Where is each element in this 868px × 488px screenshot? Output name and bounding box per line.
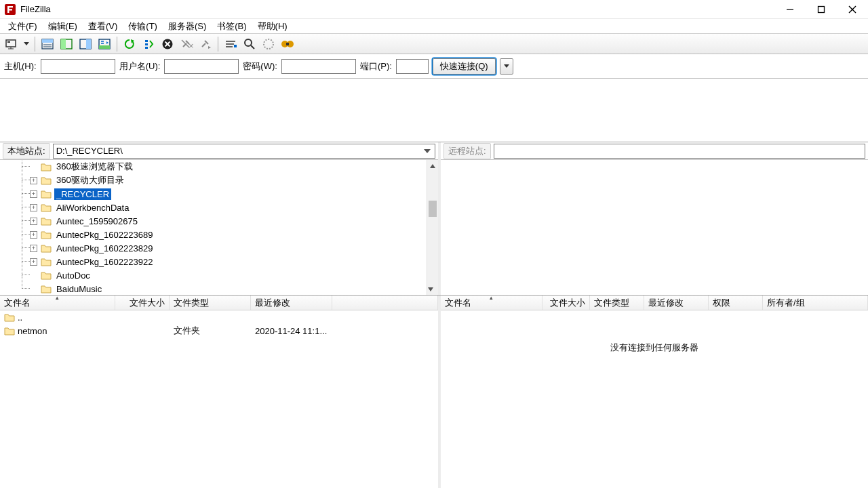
tree-node[interactable]: +_RECYCLER: [41, 187, 438, 201]
tree-node-label: 360驱动大师目录: [54, 174, 126, 187]
filter-button[interactable]: [222, 35, 239, 53]
site-manager-button[interactable]: [3, 35, 20, 53]
pass-input[interactable]: [281, 59, 356, 74]
expand-icon[interactable]: +: [30, 258, 37, 266]
scroll-thumb[interactable]: [429, 201, 437, 217]
remote-header-perm[interactable]: 权限: [709, 296, 763, 310]
expand-icon[interactable]: +: [30, 204, 37, 211]
svg-marker-40: [504, 64, 509, 68]
cancel-button[interactable]: [159, 35, 176, 53]
remote-header-size[interactable]: 文件大小: [542, 296, 590, 310]
scroll-down-icon[interactable]: [427, 283, 434, 295]
remote-header-type[interactable]: 文件类型: [590, 296, 644, 310]
quickconnect-button[interactable]: 快速连接(Q): [433, 58, 496, 75]
local-site-label: 本地站点:: [3, 143, 50, 159]
tree-node[interactable]: +360驱动大师目录: [41, 174, 438, 187]
expand-icon[interactable]: +: [30, 190, 37, 198]
port-input[interactable]: [396, 59, 429, 74]
remote-header-modified[interactable]: 最近修改: [644, 296, 709, 310]
tree-node-label: _RECYCLER: [54, 188, 111, 200]
site-manager-drop[interactable]: [22, 35, 31, 53]
scroll-up-icon[interactable]: [427, 160, 438, 171]
disconnect-button[interactable]: ×: [178, 35, 195, 53]
tree-node-label: AuntecPkg_1602223922: [54, 256, 155, 268]
file-modified: 2020-11-24 11:1...: [251, 326, 332, 336]
tree-node[interactable]: BaiduMusic: [41, 282, 438, 295]
menu-bookmarks[interactable]: 书签(B): [212, 19, 252, 34]
svg-marker-29: [208, 46, 211, 49]
message-log[interactable]: [0, 79, 868, 142]
remote-path-combo[interactable]: [494, 144, 865, 159]
menu-transfer[interactable]: 传输(T): [123, 19, 163, 34]
expand-icon[interactable]: +: [30, 218, 37, 225]
titlebar: FileZilla: [0, 0, 868, 19]
user-label: 用户名(U):: [119, 60, 161, 73]
reconnect-button[interactable]: [197, 35, 214, 53]
tree-node[interactable]: +AuntecPkg_1602223922: [41, 255, 438, 268]
expand-icon[interactable]: +: [30, 231, 37, 239]
close-button[interactable]: [837, 0, 868, 18]
toggle-queue-button[interactable]: [96, 35, 113, 53]
toolbar: ×: [0, 34, 868, 54]
tree-node[interactable]: +AuntecPkg_1602223689: [41, 228, 438, 241]
list-item[interactable]: ..: [0, 310, 438, 324]
svg-rect-33: [234, 45, 237, 47]
menu-view[interactable]: 查看(V): [83, 19, 123, 34]
tree-node[interactable]: +AuntecPkg_1602223829: [41, 241, 438, 255]
remote-site-label: 远程站点:: [443, 143, 491, 159]
maximize-button[interactable]: [806, 0, 837, 18]
chevron-down-icon[interactable]: [422, 146, 433, 157]
remote-tree[interactable]: [441, 160, 868, 295]
menu-edit[interactable]: 编辑(E): [43, 19, 83, 34]
svg-rect-19: [99, 45, 110, 49]
local-panel: 本地站点: D:\_RECYCLER\ 360极速浏览器下载+360驱动大师目录…: [0, 142, 441, 295]
local-header-spacer: [332, 296, 438, 310]
tree-node-label: AutoDoc: [54, 270, 92, 281]
tree-node[interactable]: AutoDoc: [41, 268, 438, 282]
expand-icon[interactable]: +: [30, 177, 37, 184]
toggle-log-button[interactable]: [39, 35, 56, 53]
svg-rect-39: [286, 43, 289, 45]
quickconnect-history-drop[interactable]: [500, 58, 513, 75]
remote-empty-message: 没有连接到任何服务器: [441, 342, 868, 354]
host-input[interactable]: [41, 59, 115, 74]
refresh-button[interactable]: [121, 35, 138, 53]
local-header-name[interactable]: ▴文件名: [0, 296, 115, 310]
menu-server[interactable]: 服务器(S): [163, 19, 212, 34]
expand-icon[interactable]: +: [30, 245, 37, 252]
compare-button[interactable]: [260, 35, 277, 53]
remote-header-owner[interactable]: 所有者/组: [763, 296, 868, 310]
minimize-button[interactable]: [774, 0, 806, 18]
port-label: 端口(P):: [360, 60, 392, 73]
local-header-modified[interactable]: 最近修改: [251, 296, 332, 310]
tree-node[interactable]: +Auntec_1595902675: [41, 214, 438, 228]
local-tree[interactable]: 360极速浏览器下载+360驱动大师目录+_RECYCLER+AliWorkbe…: [0, 160, 438, 295]
process-queue-button[interactable]: [140, 35, 157, 53]
tree-node[interactable]: +AliWorkbenchData: [41, 201, 438, 214]
local-tree-scrollbar[interactable]: [427, 160, 438, 295]
host-label: 主机(H):: [4, 60, 37, 73]
local-header-type[interactable]: 文件类型: [170, 296, 251, 310]
list-item[interactable]: netmon文件夹2020-11-24 11:1...: [0, 324, 438, 338]
user-input[interactable]: [164, 59, 239, 74]
toolbar-sep: [218, 37, 218, 52]
local-path-combo[interactable]: D:\_RECYCLER\: [53, 144, 435, 159]
remote-header-name[interactable]: ▴文件名: [441, 296, 542, 310]
sync-browse-button[interactable]: [279, 35, 296, 53]
menu-file[interactable]: 文件(F): [3, 19, 43, 34]
toolbar-sep: [35, 37, 35, 52]
tree-node-label: BaiduMusic: [54, 283, 104, 295]
menu-help[interactable]: 帮助(H): [252, 19, 293, 34]
svg-rect-6: [7, 41, 10, 43]
toggle-local-tree-button[interactable]: [58, 35, 75, 53]
svg-marker-43: [428, 287, 433, 291]
svg-point-34: [245, 39, 252, 46]
tree-node-label: AuntecPkg_1602223829: [54, 243, 155, 254]
tree-node-label: AuntecPkg_1602223689: [54, 229, 155, 241]
toggle-remote-tree-button[interactable]: [77, 35, 94, 53]
local-header-size[interactable]: 文件大小: [115, 296, 170, 310]
tree-node[interactable]: 360极速浏览器下载: [41, 160, 438, 174]
search-button[interactable]: [241, 35, 258, 53]
pass-label: 密码(W):: [243, 60, 277, 73]
svg-line-3: [849, 6, 856, 13]
